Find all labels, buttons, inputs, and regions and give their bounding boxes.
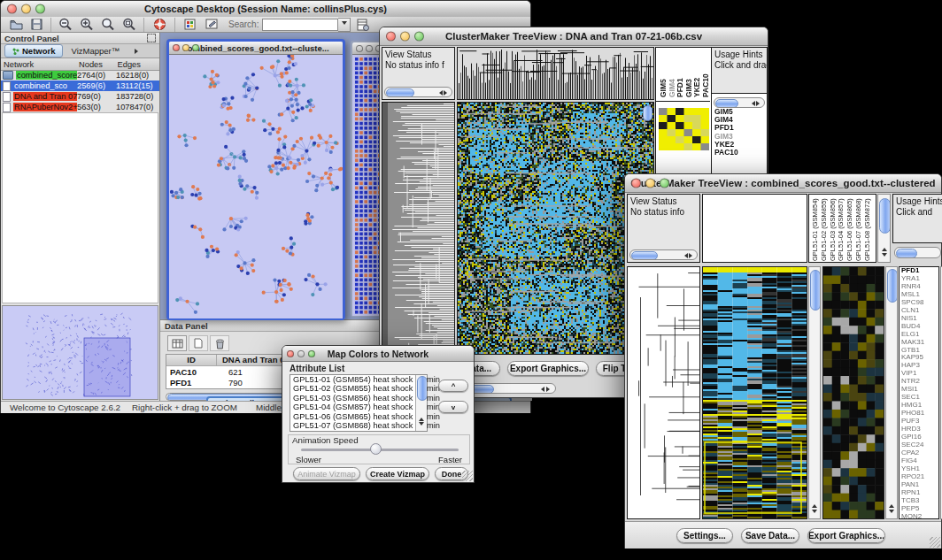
tab-vizmapper[interactable]: VizMapper™	[63, 46, 127, 56]
tv2-export-graphics-button[interactable]: Export Graphics...	[807, 528, 885, 543]
tv2-zoom-vscrollbar[interactable]	[885, 266, 898, 519]
tab-overflow-arrow[interactable]	[135, 49, 141, 54]
search-input[interactable]	[262, 19, 338, 31]
tv2-column-dendrogram[interactable]	[702, 194, 807, 263]
minimize-icon[interactable]	[400, 32, 410, 42]
tv2-row-dendrogram[interactable]	[627, 266, 700, 519]
close-icon[interactable]	[287, 350, 294, 357]
new-attribute-icon[interactable]	[189, 335, 208, 351]
network-table-header[interactable]: Network Nodes Edges	[1, 58, 159, 71]
zoom-window-icon[interactable]	[308, 350, 315, 357]
array-label[interactable]: GPL51-02 (GSM855)	[820, 198, 828, 261]
open-session-icon[interactable]	[6, 19, 26, 30]
tv1-row-dendrogram[interactable]	[382, 102, 455, 355]
minimize-icon[interactable]	[182, 44, 189, 51]
tab-network[interactable]: Network	[4, 44, 63, 58]
dialog-titlebar[interactable]: Map Colors to Network	[282, 346, 474, 362]
array-label[interactable]: GPL51-08 (GSM872)	[863, 198, 871, 261]
attribute-select-icon[interactable]	[167, 335, 187, 351]
zoom-fit-icon[interactable]	[119, 18, 140, 31]
array-label[interactable]: GPL51-04 (GSM857)	[837, 198, 845, 261]
tv1-status-hscrollbar[interactable]	[384, 87, 452, 97]
network-view-titlebar[interactable]: combined_scores_good.txt--cluste...	[169, 42, 343, 55]
attribute-item[interactable]: GPL51-04 (GSM857) heat shock 20 min	[290, 403, 427, 411]
array-label[interactable]: GIM4	[668, 79, 676, 97]
network-table-row[interactable]: combined_scores 2764(0) 16218(0)	[1, 70, 159, 81]
close-icon[interactable]	[7, 4, 17, 14]
annotation-icon[interactable]	[200, 19, 223, 30]
network-overview-panel[interactable]	[2, 305, 158, 400]
attribute-item[interactable]: GPL51-02 (GSM855) heat shock 10 min	[290, 384, 427, 393]
zoom-out-icon[interactable]	[55, 18, 76, 31]
minimize-icon[interactable]	[366, 45, 373, 52]
resize-grip[interactable]	[930, 537, 940, 548]
attribute-item[interactable]: GPL51-01 (GSM854) heat shock 05 min	[290, 375, 427, 384]
help-lifesaver-icon[interactable]	[148, 18, 171, 31]
attribute-item[interactable]: GPL51-03 (GSM856) heat shock 15 min	[290, 394, 427, 403]
gene-label[interactable]: PAC10	[714, 149, 738, 157]
attribute-list[interactable]: GPL51-01 (GSM854) heat shock 05 minGPL51…	[290, 374, 428, 432]
network-tab-icon	[12, 48, 19, 55]
zoom-window-icon[interactable]	[35, 4, 45, 14]
plugins-icon[interactable]	[179, 19, 200, 30]
array-label[interactable]: GIM5	[659, 79, 668, 97]
tv2-labels-vscrollbar[interactable]	[877, 194, 891, 263]
network-table-row[interactable]: DNA and Tran 07 769(0) 183728(0)	[1, 91, 159, 102]
main-titlebar[interactable]: Cytoscape Desktop (Session Name: collins…	[1, 1, 530, 18]
window-controls[interactable]	[7, 4, 45, 14]
minimize-icon[interactable]	[21, 4, 31, 14]
tv1-export-graphics-button[interactable]: Export Graphics...	[507, 361, 589, 376]
tv2-status-hscrollbar[interactable]	[629, 249, 698, 260]
delete-attribute-icon[interactable]	[210, 335, 229, 351]
tv2-heatmap[interactable]	[702, 266, 807, 519]
network-overview-canvas[interactable]	[3, 306, 158, 399]
move-up-button[interactable]: ^	[438, 380, 468, 392]
float-panel-icon[interactable]	[147, 34, 156, 42]
move-down-button[interactable]: v	[438, 401, 468, 413]
network-table-row[interactable]: RNAPuberNov2+I 563(0) 107847(0)	[1, 102, 159, 112]
network-table-row[interactable]: combined_sco 2569(6) 13112(15)	[1, 81, 159, 91]
minimize-icon[interactable]	[297, 350, 305, 357]
array-label[interactable]: PAC10	[701, 73, 710, 97]
attribute-item[interactable]: GPL51-07 (GSM868) heat shock 60 min	[290, 421, 427, 430]
tv1-column-dendrogram[interactable]	[457, 47, 654, 100]
tv2-usage-hscrollbar[interactable]	[894, 247, 941, 258]
zoom-in-icon[interactable]	[76, 18, 97, 31]
zoom-window-icon[interactable]	[660, 179, 669, 188]
save-session-icon[interactable]	[26, 19, 47, 30]
network-view-canvas[interactable]	[169, 55, 343, 318]
column-header-id[interactable]: ID	[166, 355, 217, 365]
close-icon[interactable]	[386, 32, 396, 42]
treeview2-titlebar[interactable]: ClusterMaker TreeView : combined_scores_…	[625, 174, 941, 193]
array-label[interactable]: PFD1	[676, 78, 684, 97]
network-list-area[interactable]	[2, 112, 158, 303]
array-label[interactable]: GIM3	[684, 79, 693, 97]
array-label[interactable]: GPL51-06 (GSM865)	[845, 198, 853, 261]
attribute-item[interactable]: GPL51-06 (GSM865) heat shock 40 min	[290, 412, 427, 421]
array-label[interactable]: YKE2	[692, 78, 701, 97]
close-icon[interactable]	[356, 45, 363, 52]
zoom-window-icon[interactable]	[192, 44, 199, 51]
array-label[interactable]: GPL51-03 (GSM856)	[829, 198, 837, 261]
attribute-list-vscrollbar[interactable]	[415, 375, 427, 431]
attribute-table-icon[interactable]	[351, 19, 375, 31]
array-label[interactable]: GPL51-07 (GSM868)	[854, 198, 862, 261]
close-icon[interactable]	[631, 179, 641, 188]
tv1-similarity-matrix[interactable]	[659, 108, 709, 150]
slider-thumb[interactable]	[370, 443, 382, 455]
tv2-save-data-button[interactable]: Save Data...	[741, 528, 799, 543]
minimize-icon[interactable]	[645, 179, 655, 188]
tv1-heatmap-vscroll-thumb[interactable]	[643, 105, 652, 121]
tv2-heatmap-vscrollbar[interactable]	[808, 266, 821, 519]
resize-grip[interactable]	[462, 471, 473, 481]
tv2-zoom-heatmap[interactable]	[822, 266, 884, 519]
close-icon[interactable]	[173, 44, 180, 51]
zoom-selected-icon[interactable]	[97, 18, 119, 31]
tv2-settings-button[interactable]: Settings...	[676, 528, 733, 543]
gene-label[interactable]: MON2	[901, 513, 938, 519]
search-dropdown-button[interactable]	[338, 18, 351, 32]
create-vizmap-button[interactable]: Create Vizmap	[366, 467, 429, 480]
array-label[interactable]: GPL51-01 (GSM854)	[811, 198, 819, 261]
treeview1-titlebar[interactable]: ClusterMaker TreeView : DNA and Tran 07-…	[380, 27, 768, 46]
zoom-window-icon[interactable]	[414, 32, 424, 42]
